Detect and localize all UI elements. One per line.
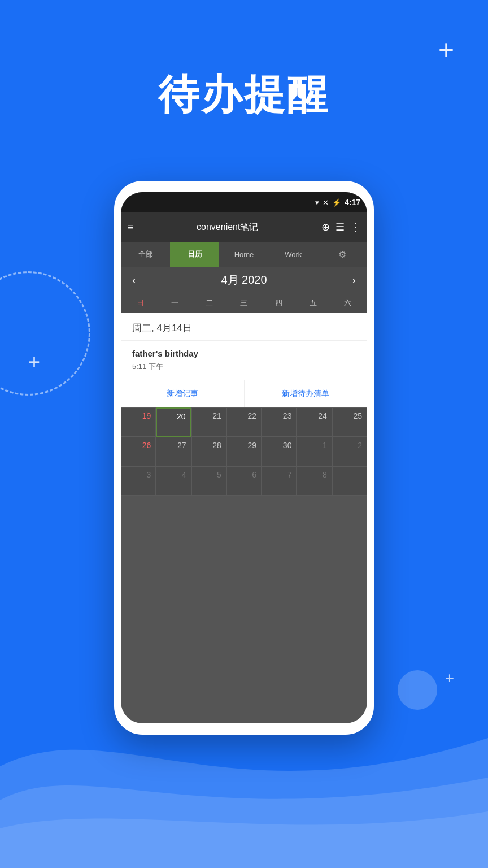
cal-cell-24[interactable]: 24	[297, 407, 332, 437]
calendar-nav: ‹ 4月 2020 ›	[121, 267, 367, 293]
weekday-mon: 一	[158, 296, 192, 310]
weekday-sat: 六	[330, 296, 365, 310]
weekday-thu: 四	[262, 296, 296, 310]
cal-cell-25[interactable]: 25	[332, 407, 367, 437]
tab-all[interactable]: 全部	[121, 242, 170, 267]
month-title: 4月 2020	[221, 272, 267, 288]
popup-date: 周二, 4月14日	[121, 313, 367, 341]
popup-event-time: 5:11 下午	[132, 362, 356, 372]
more-icon[interactable]: ⋮	[350, 221, 360, 233]
menu-icon[interactable]: ≡	[128, 222, 134, 233]
cal-cell-m9[interactable]	[332, 466, 367, 496]
app-title: convenient笔记	[140, 222, 316, 233]
cal-cell-m8[interactable]: 8	[297, 466, 332, 496]
page-title: 待办提醒	[0, 68, 488, 122]
list-icon[interactable]: ☰	[336, 221, 345, 233]
add-todo-button[interactable]: 新增待办清单	[245, 380, 368, 407]
cal-cell-29[interactable]: 29	[226, 437, 262, 466]
add-note-button[interactable]: 新增记事	[121, 380, 245, 407]
wifi-icon: ▾	[315, 198, 319, 207]
tab-calendar[interactable]: 日历	[170, 242, 219, 267]
weekday-sun: 日	[123, 296, 158, 310]
cal-cell-m2[interactable]: 2	[332, 437, 367, 466]
cal-cell-26[interactable]: 26	[121, 437, 156, 466]
status-bar: ▾ ✕ ⚡ 4:17	[121, 192, 367, 212]
decoration-plus-top: +	[438, 34, 454, 65]
cal-cell-30[interactable]: 30	[262, 437, 297, 466]
cal-cell-m4[interactable]: 4	[156, 466, 191, 496]
tab-settings[interactable]: ⚙	[318, 242, 367, 267]
calendar-grid: 19 20 21 22 23 24 25 26 27 28 29 30 1 2 …	[121, 407, 367, 496]
cal-cell-20[interactable]: 20	[156, 407, 191, 437]
cal-cell-28[interactable]: 28	[191, 437, 226, 466]
phone-screen: ▾ ✕ ⚡ 4:17 ≡ convenient笔记 ⊕ ☰ ⋮ 全部 日历 Ho…	[121, 192, 367, 723]
status-time: 4:17	[345, 198, 360, 207]
weekday-tue: 二	[192, 296, 226, 310]
tab-home[interactable]: Home	[219, 242, 268, 267]
event-popup: 周二, 4月14日 father's birthday 5:11 下午 新增记事…	[121, 313, 367, 407]
weekday-headers: 日 一 二 三 四 五 六	[121, 293, 367, 313]
next-month-button[interactable]: ›	[352, 274, 356, 287]
signal-icon: ✕	[323, 198, 329, 207]
phone-frame: ▾ ✕ ⚡ 4:17 ≡ convenient笔记 ⊕ ☰ ⋮ 全部 日历 Ho…	[114, 181, 374, 735]
cal-cell-19[interactable]: 19	[121, 407, 156, 437]
prev-month-button[interactable]: ‹	[132, 274, 136, 287]
cal-cell-m7[interactable]: 7	[262, 466, 297, 496]
weekday-wed: 三	[226, 296, 261, 310]
popup-event[interactable]: father's birthday 5:11 下午	[121, 341, 367, 380]
popup-event-title: father's birthday	[132, 349, 356, 358]
cal-cell-m1[interactable]: 1	[297, 437, 332, 466]
cal-cell-22[interactable]: 22	[226, 407, 262, 437]
decoration-dashed-circle	[0, 271, 90, 396]
cal-cell-m5[interactable]: 5	[191, 466, 226, 496]
cal-cell-21[interactable]: 21	[191, 407, 226, 437]
battery-icon: ⚡	[332, 198, 341, 207]
weekday-fri: 五	[296, 296, 330, 310]
tab-work[interactable]: Work	[269, 242, 318, 267]
cal-cell-23[interactable]: 23	[262, 407, 297, 437]
cal-cell-m6[interactable]: 6	[226, 466, 262, 496]
popup-actions: 新增记事 新增待办清单	[121, 380, 367, 407]
app-bar: ≡ convenient笔记 ⊕ ☰ ⋮	[121, 212, 367, 242]
add-note-icon[interactable]: ⊕	[321, 221, 330, 233]
tab-bar: 全部 日历 Home Work ⚙	[121, 242, 367, 267]
cal-cell-m3[interactable]: 3	[121, 466, 156, 496]
cal-cell-27[interactable]: 27	[156, 437, 191, 466]
